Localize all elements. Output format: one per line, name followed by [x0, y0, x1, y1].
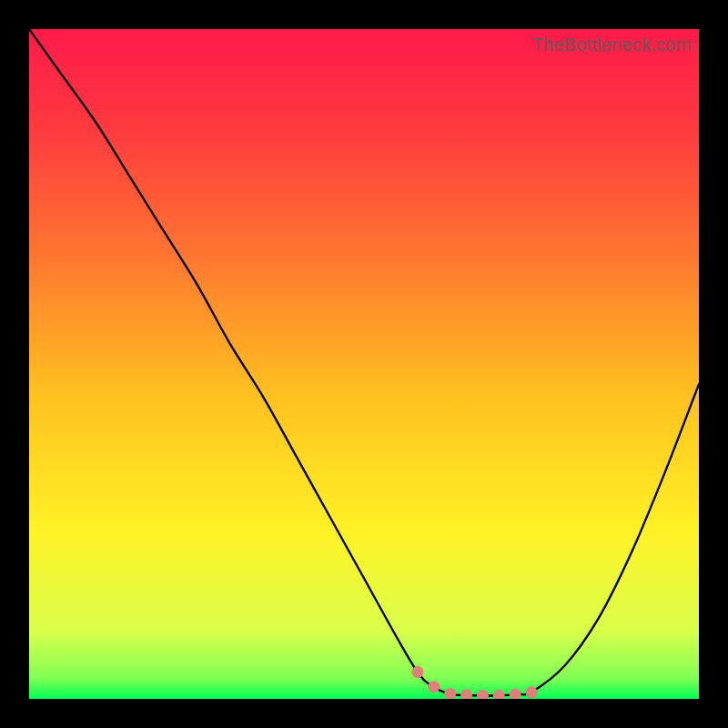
bottleneck-curve-chart [29, 29, 699, 699]
gradient-background [29, 29, 699, 699]
highlight-dot [526, 686, 538, 698]
chart-frame: TheBottleneck.com [29, 29, 699, 699]
highlight-dot [428, 681, 440, 693]
highlight-dot [411, 666, 423, 678]
watermark-text: TheBottleneck.com [532, 35, 692, 56]
